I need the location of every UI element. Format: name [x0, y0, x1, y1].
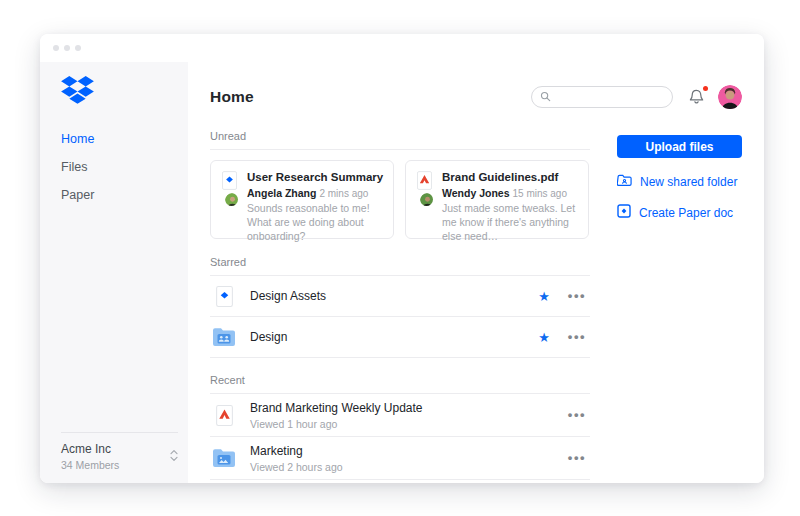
paper-doc-file-icon	[222, 171, 237, 194]
window-dot-icon	[75, 45, 81, 51]
unread-card-user-research[interactable]: User Research Summary Angela Zhang2 mins…	[210, 160, 394, 239]
team-members-count: 34 Members	[61, 459, 170, 471]
new-shared-folder-link[interactable]: New shared folder	[617, 173, 742, 191]
paper-doc-outline-icon	[617, 204, 631, 222]
starred-row-design-assets[interactable]: Design Assets ★ •••	[210, 276, 590, 317]
sidebar-item-paper[interactable]: Paper	[61, 188, 188, 202]
shared-folder-icon	[212, 327, 236, 347]
avatar	[419, 192, 434, 207]
team-name: Acme Inc	[61, 442, 170, 456]
card-comment: Just made some tweaks. Let me know if th…	[442, 202, 578, 244]
shared-folder-outline-icon	[617, 173, 632, 191]
chevron-updown-icon	[170, 448, 178, 466]
card-author: Angela Zhang	[247, 187, 316, 199]
paper-doc-file-icon	[212, 286, 236, 307]
recent-row-marketing[interactable]: Marketing Viewed 2 hours ago •••	[210, 437, 590, 480]
card-time: 15 mins ago	[513, 188, 567, 199]
starred-row-design[interactable]: Design ★ •••	[210, 317, 590, 358]
pdf-file-icon	[212, 405, 236, 426]
notification-badge	[703, 86, 708, 91]
window-titlebar	[40, 34, 764, 62]
actions-panel: Upload files New shar	[617, 130, 742, 483]
sidebar: Home Files Paper Acme Inc 34 Members	[40, 62, 188, 483]
section-label-unread: Unread	[210, 130, 590, 150]
search-box[interactable]	[531, 86, 673, 108]
sidebar-item-home[interactable]: Home	[61, 132, 188, 146]
window-dot-icon	[53, 45, 59, 51]
card-title: User Research Summary	[247, 171, 383, 183]
user-avatar[interactable]	[718, 85, 742, 109]
search-input[interactable]	[556, 90, 664, 104]
main-content: Home	[188, 62, 764, 483]
card-time: 2 mins ago	[319, 188, 368, 199]
create-paper-doc-link[interactable]: Create Paper doc	[617, 204, 742, 222]
file-name: Brand Marketing Weekly Update	[250, 401, 423, 415]
file-name: Marketing	[250, 444, 343, 458]
window-controls	[53, 45, 81, 51]
avatar	[224, 192, 239, 207]
card-author: Wendy Jones	[442, 187, 510, 199]
recent-row-brand-marketing[interactable]: Brand Marketing Weekly Update Viewed 1 h…	[210, 394, 590, 437]
image-folder-icon	[212, 448, 236, 468]
dropbox-logo-icon[interactable]	[61, 76, 188, 108]
file-viewed-time: Viewed 2 hours ago	[250, 461, 343, 473]
card-title: Brand Guidelines.pdf	[442, 171, 578, 183]
section-label-recent: Recent	[210, 374, 590, 394]
star-icon[interactable]: ★	[538, 331, 550, 344]
card-comment: Sounds reasonable to me! What are we doi…	[247, 202, 383, 244]
app-window: Home Files Paper Acme Inc 34 Members	[40, 34, 764, 483]
team-switcher[interactable]: Acme Inc 34 Members	[61, 432, 178, 471]
file-viewed-time: Viewed 1 hour ago	[250, 418, 423, 430]
pdf-file-icon	[417, 171, 432, 194]
upload-files-button[interactable]: Upload files	[617, 135, 742, 158]
quick-link-label: New shared folder	[640, 175, 737, 189]
search-icon	[540, 88, 551, 106]
star-icon[interactable]: ★	[538, 290, 550, 303]
sidebar-nav: Home Files Paper	[61, 132, 188, 202]
notifications-button[interactable]	[688, 88, 705, 106]
unread-card-brand-guidelines[interactable]: Brand Guidelines.pdf Wendy Jones15 mins …	[405, 160, 589, 239]
sidebar-item-files[interactable]: Files	[61, 160, 188, 174]
window-dot-icon	[64, 45, 70, 51]
screenshot-canvas: Home Files Paper Acme Inc 34 Members	[0, 0, 800, 516]
file-name: Design Assets	[250, 289, 326, 303]
bell-icon	[688, 92, 705, 109]
page-title: Home	[210, 88, 254, 106]
section-label-starred: Starred	[210, 256, 590, 276]
file-name: Design	[250, 330, 287, 344]
quick-link-label: Create Paper doc	[639, 206, 733, 220]
